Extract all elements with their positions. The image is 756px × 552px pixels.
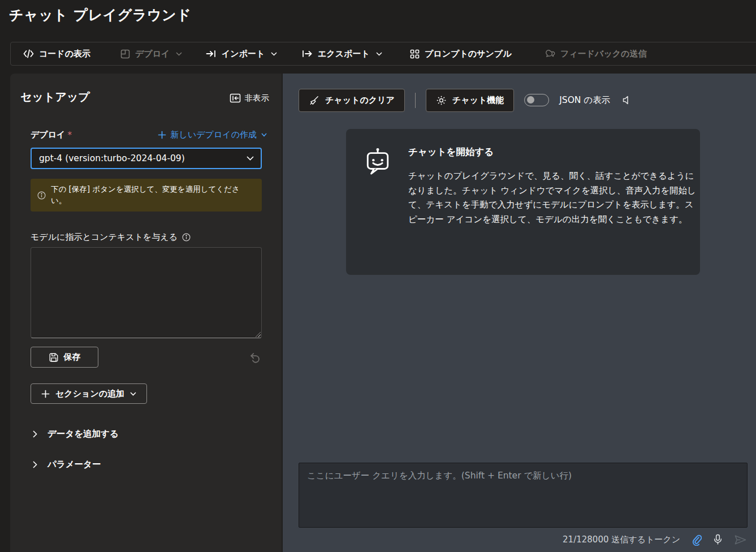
deploy-button[interactable]: デプロイ — [120, 42, 182, 65]
setup-title: セットアップ — [20, 89, 90, 105]
user-query-input[interactable] — [299, 463, 748, 528]
chevron-down-icon — [376, 52, 382, 56]
toolbar-divider — [415, 93, 416, 108]
page-title: チャット プレイグラウンド — [9, 6, 191, 24]
instructions-label: モデルに指示とコンテキストを与える — [31, 232, 178, 243]
info-icon — [182, 233, 191, 241]
chat-panel: チャットのクリア チャット機能 JSON の表示 — [283, 74, 756, 552]
paperclip-icon[interactable] — [691, 534, 702, 546]
chevron-right-icon — [33, 461, 37, 468]
hide-panel-label: 非表示 — [245, 93, 270, 104]
deployment-value: gpt-4 (version:turbo-2024-04-09) — [39, 153, 185, 163]
plus-icon — [41, 390, 50, 398]
gear-icon — [436, 95, 447, 106]
add-data-label: データを追加する — [47, 428, 119, 440]
prompt-samples-label: プロンプトのサンプル — [425, 49, 512, 59]
send-feedback-button[interactable]: フィードバックの送信 — [545, 42, 646, 65]
grid-icon — [410, 49, 420, 59]
deployment-select[interactable]: gpt-4 (version:turbo-2024-04-09) — [31, 148, 262, 169]
broom-icon — [309, 95, 319, 106]
clear-chat-button[interactable]: チャットのクリア — [299, 89, 405, 112]
deploy-label: デプロイ — [135, 49, 170, 59]
save-label: 保存 — [64, 352, 81, 363]
chevron-right-icon — [33, 430, 37, 438]
prompt-samples-button[interactable]: プロンプトのサンプル — [410, 42, 512, 65]
chat-intro-card: チャットを開始する チャットのプレイグラウンドで、見る、聞く、話すことができるよ… — [346, 129, 700, 275]
send-icon[interactable] — [734, 534, 747, 546]
chat-features-button[interactable]: チャット機能 — [426, 89, 514, 112]
required-asterisk: * — [67, 130, 72, 140]
save-notice-banner: 下の [保存] ボタンを選択して、変更を適用してください。 — [31, 179, 262, 212]
chevron-down-icon — [247, 156, 254, 161]
chevron-down-icon — [176, 52, 182, 56]
create-deployment-label: 新しいデプロイの作成 — [171, 130, 257, 140]
speaker-icon[interactable] — [621, 94, 633, 106]
save-row: 保存 — [31, 347, 261, 368]
export-label: エクスポート — [318, 49, 370, 59]
code-icon — [23, 49, 34, 58]
chat-toolbar: チャットのクリア チャット機能 JSON の表示 — [299, 88, 633, 112]
json-toggle-label: JSON の表示 — [559, 94, 610, 106]
undo-icon[interactable] — [248, 351, 261, 364]
create-deployment-link[interactable]: 新しいデプロイの作成 — [158, 130, 267, 140]
plus-icon — [158, 131, 166, 139]
chat-features-label: チャット機能 — [452, 95, 504, 106]
deployment-label: デプロイ — [31, 130, 65, 140]
add-section-button[interactable]: セクションの追加 — [31, 383, 147, 404]
chevron-down-icon — [261, 133, 267, 137]
info-icon — [37, 184, 46, 206]
instructions-textarea[interactable] — [31, 247, 262, 338]
token-bar: 21/128000 送信するトークン — [563, 531, 747, 549]
instructions-textarea-wrap — [31, 247, 262, 338]
add-section-label: セクションの追加 — [55, 389, 124, 399]
parameters-section[interactable]: パラメーター — [33, 459, 101, 471]
save-icon — [49, 352, 59, 363]
save-button[interactable]: 保存 — [31, 347, 98, 368]
hide-panel-button[interactable]: 非表示 — [230, 93, 270, 104]
command-bar: コードの表示 デプロイ インポート エクスポート — [10, 42, 756, 66]
intro-title: チャットを開始する — [408, 146, 698, 158]
setup-panel: セットアップ 非表示 デプロイ * 新しいデプロイの作成 gpt-4 (vers… — [10, 74, 282, 552]
add-data-section[interactable]: データを追加する — [33, 428, 119, 440]
collapse-panel-icon — [230, 93, 241, 103]
import-label: インポート — [222, 49, 265, 59]
instructions-label-row: モデルに指示とコンテキストを与える — [31, 232, 191, 243]
save-notice-text: 下の [保存] ボタンを選択して、変更を適用してください。 — [51, 184, 254, 206]
import-button[interactable]: インポート — [206, 42, 277, 65]
export-icon — [302, 49, 313, 58]
token-count: 21/128000 送信するトークン — [563, 534, 680, 545]
deployment-row: デプロイ * 新しいデプロイの作成 — [31, 130, 267, 140]
deploy-icon — [120, 49, 130, 59]
view-code-button[interactable]: コードの表示 — [23, 42, 90, 65]
feedback-icon — [545, 49, 555, 59]
robot-icon — [365, 147, 391, 176]
microphone-icon[interactable] — [712, 534, 723, 546]
clear-chat-label: チャットのクリア — [325, 95, 395, 106]
view-code-label: コードの表示 — [39, 49, 90, 59]
import-icon — [206, 49, 217, 58]
export-button[interactable]: エクスポート — [302, 42, 382, 65]
chevron-down-icon — [271, 52, 277, 56]
chevron-down-icon — [130, 392, 136, 396]
send-feedback-label: フィードバックの送信 — [560, 49, 646, 59]
parameters-label: パラメーター — [47, 459, 101, 471]
intro-body: チャットのプレイグラウンドで、見る、聞く、話すことができるようになりました。チャ… — [408, 169, 698, 227]
json-toggle[interactable] — [524, 94, 549, 106]
